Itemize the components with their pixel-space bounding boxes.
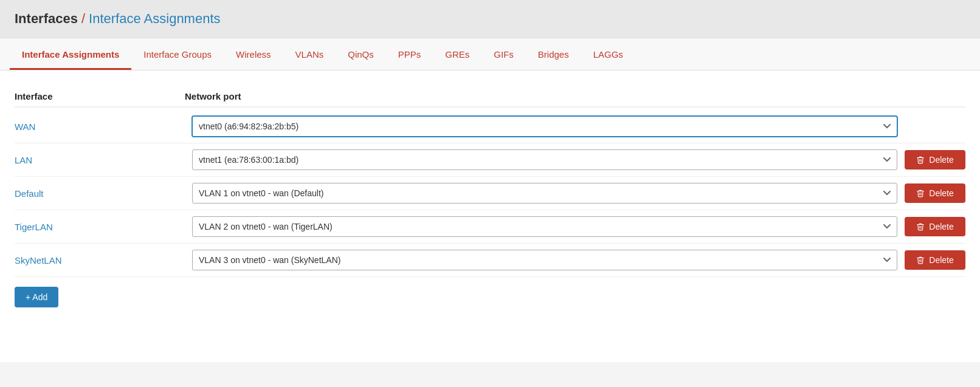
tab-vlans[interactable]: VLANs	[283, 38, 336, 70]
tab-interface-assignments[interactable]: Interface Assignments	[10, 38, 131, 70]
main-content: Interface Network port WANvtnet0 (a6:94:…	[0, 70, 980, 362]
trash-icon	[916, 188, 925, 198]
port-select-default[interactable]: vtnet0 (a6:94:82:9a:2b:b5)vtnet1 (ea:78:…	[192, 183, 897, 204]
trash-icon	[916, 155, 925, 165]
add-button[interactable]: + Add	[15, 287, 58, 307]
col-interface-header: Interface	[15, 91, 185, 101]
tab-ppps[interactable]: PPPs	[386, 38, 433, 70]
header-bar: Interfaces / Interface Assignments	[0, 0, 980, 38]
interface-name-wan[interactable]: WAN	[15, 122, 185, 132]
interface-name-default[interactable]: Default	[15, 188, 185, 199]
table-row: Defaultvtnet0 (a6:94:82:9a:2b:b5)vtnet1 …	[15, 177, 965, 210]
tab-interface-groups[interactable]: Interface Groups	[131, 38, 224, 70]
port-select-lan[interactable]: vtnet0 (a6:94:82:9a:2b:b5)vtnet1 (ea:78:…	[192, 149, 897, 170]
breadcrumb-separator: /	[81, 11, 85, 27]
table-row: LANvtnet0 (a6:94:82:9a:2b:b5)vtnet1 (ea:…	[15, 143, 965, 177]
table-row: WANvtnet0 (a6:94:82:9a:2b:b5)vtnet1 (ea:…	[15, 110, 965, 143]
interface-name-lan[interactable]: LAN	[15, 155, 185, 165]
delete-button-tigerlan[interactable]: Delete	[905, 217, 965, 236]
table-row: SkyNetLANvtnet0 (a6:94:82:9a:2b:b5)vtnet…	[15, 244, 965, 277]
table-row: TigerLANvtnet0 (a6:94:82:9a:2b:b5)vtnet1…	[15, 210, 965, 244]
port-select-wan[interactable]: vtnet0 (a6:94:82:9a:2b:b5)vtnet1 (ea:78:…	[192, 116, 897, 137]
tab-bridges[interactable]: Bridges	[526, 38, 581, 70]
delete-button-skynetlan[interactable]: Delete	[905, 250, 965, 270]
port-select-tigerlan[interactable]: vtnet0 (a6:94:82:9a:2b:b5)vtnet1 (ea:78:…	[192, 216, 897, 237]
port-select-skynetlan[interactable]: vtnet0 (a6:94:82:9a:2b:b5)vtnet1 (ea:78:…	[192, 250, 897, 270]
delete-button-lan[interactable]: Delete	[905, 150, 965, 170]
interface-name-skynetlan[interactable]: SkyNetLAN	[15, 255, 185, 265]
trash-icon	[916, 255, 925, 265]
interface-name-tigerlan[interactable]: TigerLAN	[15, 222, 185, 232]
trash-icon	[916, 222, 925, 231]
col-network-port-header: Network port	[185, 91, 905, 101]
table-header: Interface Network port	[15, 85, 965, 108]
breadcrumb-current: Interface Assignments	[89, 11, 220, 27]
delete-button-default[interactable]: Delete	[905, 183, 965, 203]
interface-rows: WANvtnet0 (a6:94:82:9a:2b:b5)vtnet1 (ea:…	[15, 110, 965, 277]
tabs-bar: Interface AssignmentsInterface GroupsWir…	[0, 38, 980, 70]
tab-wireless[interactable]: Wireless	[224, 38, 283, 70]
tab-laggs[interactable]: LAGGs	[581, 38, 635, 70]
tab-qinqs[interactable]: QinQs	[336, 38, 386, 70]
tab-gifs[interactable]: GIFs	[481, 38, 526, 70]
tab-gres[interactable]: GREs	[433, 38, 481, 70]
breadcrumb-main: Interfaces	[15, 11, 78, 27]
